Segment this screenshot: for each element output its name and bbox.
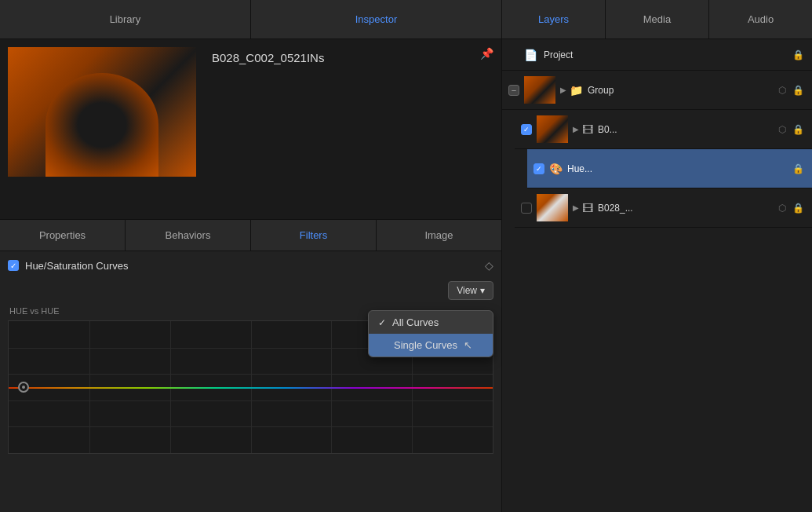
filter-header: Hue/Saturation Curves ◇ [8,259,493,272]
all-curves-checkmark: ✓ [378,317,386,328]
project-icon: 📄 [524,49,537,61]
view-button[interactable]: View ▾ [448,281,493,300]
view-btn-container: View ▾ [8,281,493,300]
tab-inspector[interactable]: Inspector [251,0,501,38]
clip1-link-icon: ⬡ [777,123,788,137]
tab-properties[interactable]: Properties [0,220,126,251]
filter-panel: Hue/Saturation Curves ◇ View ▾ ✓ All Cur… [0,251,501,512]
clip2-link-icon: ⬡ [777,201,788,215]
clip1-checkbox[interactable] [521,124,532,135]
left-panel: B028_C002_0521INs 📌 Properties Behaviors… [0,39,502,512]
view-dropdown: ✓ All Curves Single Curves ↖ [368,310,493,357]
tab-audio[interactable]: Audio [709,0,812,38]
hue-checkbox[interactable] [533,163,544,174]
group-actions: ⬡ 🔒 [777,83,806,97]
layer-row-clip1[interactable]: ▶ 🎞 B0... ⬡ 🔒 [515,110,812,149]
clip1-lock-icon: 🔒 [791,123,806,137]
pin-icon[interactable]: 📌 [480,47,493,60]
dropdown-item-single-curves[interactable]: Single Curves ↖ [369,334,493,357]
clip1-actions: ⬡ 🔒 [777,123,806,137]
clip1-arrow-icon: ▶ [573,125,579,133]
clip2-thumb-inner [537,194,568,221]
clip2-lock-icon: 🔒 [791,201,806,215]
clip2-actions: ⬡ 🔒 [777,201,806,215]
group-arrow-icon: ▶ [560,86,566,94]
hue-filter-icon: 🎨 [549,163,563,175]
project-checkbox-empty [508,49,519,60]
preview-area: B028_C002_0521INs 📌 [0,39,501,220]
sub-tabs: Properties Behaviors Filters Image [0,220,501,251]
tab-library[interactable]: Library [0,0,251,38]
group-link-icon: ⬡ [777,83,788,97]
layer-row-project[interactable]: 📄 Project 🔒 [502,39,812,71]
clip2-arrow-icon: ▶ [573,203,579,212]
clip1-thumb-inner [537,115,568,143]
top-tab-bar: Library Inspector Layers Media Audio [0,0,812,39]
hue-actions: 🔒 [791,162,806,176]
clip2-icon: 🎞 [582,202,593,214]
layer-row-clip2[interactable]: ▶ 🎞 B028_... ⬡ 🔒 [515,188,812,228]
main-content: B028_C002_0521INs 📌 Properties Behaviors… [0,39,812,512]
preview-thumbnail [8,47,196,177]
preview-header: B028_C002_0521INs 📌 [212,47,493,64]
tab-filters[interactable]: Filters [251,220,377,251]
project-lock-icon: 🔒 [791,48,806,62]
right-panel: 📄 Project 🔒 ▶ 📁 Group ⬡ 🔒 [502,39,812,512]
group-thumb [524,76,555,104]
tab-media[interactable]: Media [606,0,709,38]
hue-curve-line [9,387,493,389]
clip2-checkbox[interactable] [521,203,532,214]
layers-list: 📄 Project 🔒 ▶ 📁 Group ⬡ 🔒 [502,39,812,512]
hue-lock-icon: 🔒 [791,162,806,176]
cursor-icon: ↖ [464,339,472,351]
left-tab-group: Library Inspector [0,0,502,38]
filter-title: Hue/Saturation Curves [25,260,129,272]
layer-row-group[interactable]: ▶ 📁 Group ⬡ 🔒 [502,71,812,110]
filter-enabled-checkbox[interactable] [8,260,19,271]
curve-origin-dot[interactable] [18,382,29,393]
preview-info: B028_C002_0521INs 📌 [204,39,501,219]
group-checkbox[interactable] [508,85,519,96]
group-lock-icon: 🔒 [791,83,806,97]
view-chevron-icon: ▾ [480,285,485,296]
tab-behaviors[interactable]: Behaviors [126,220,251,251]
group-thumb-inner [524,76,555,104]
dropdown-item-all-curves[interactable]: ✓ All Curves [369,311,493,334]
group-icon: 📁 [570,84,583,97]
tab-layers[interactable]: Layers [502,0,606,38]
tunnel-image [8,47,196,177]
layer-row-hue-filter[interactable]: 🎨 Hue... 🔒 [527,149,812,188]
clip1-icon: 🎞 [582,123,593,136]
filter-diamond-icon[interactable]: ◇ [485,259,493,272]
clip2-thumb [537,194,568,221]
preview-title: B028_C002_0521INs [212,51,324,64]
right-tab-group: Layers Media Audio [502,0,812,38]
tab-image[interactable]: Image [377,220,501,251]
clip1-thumb [537,115,568,143]
